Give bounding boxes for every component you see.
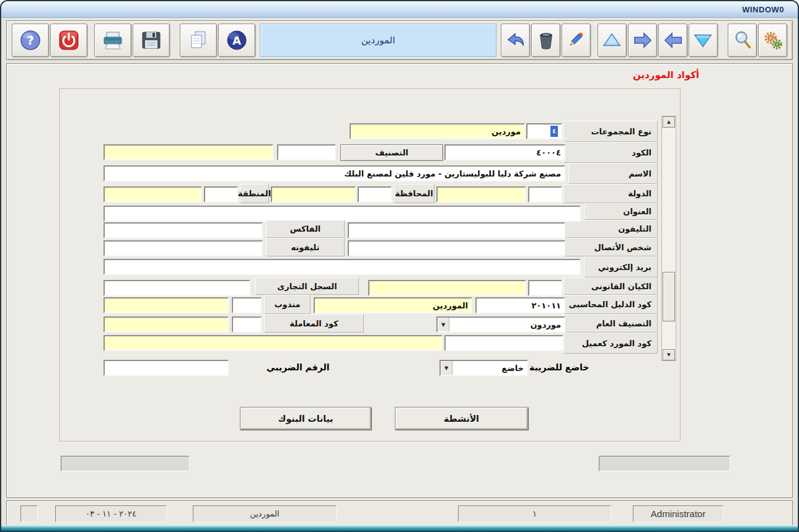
name-input[interactable] <box>104 165 565 181</box>
power-icon <box>57 28 81 52</box>
window-bottom-edge <box>1 525 798 531</box>
commercial-registry-input[interactable] <box>104 280 250 296</box>
tax-number-input[interactable] <box>104 360 229 376</box>
country-name-field[interactable] <box>436 186 526 203</box>
contact-phone-input[interactable] <box>104 240 263 256</box>
accounting-guide-code-label: كود الدليل المحاسبى <box>563 295 658 314</box>
contact-person-input[interactable] <box>348 240 565 256</box>
main-panel: أكواد الموردين نوع المجموعات الكود الاسم… <box>6 63 793 498</box>
previous-record-button[interactable] <box>658 24 687 57</box>
undo-button[interactable] <box>501 24 530 57</box>
font-icon: A <box>225 28 249 52</box>
group-type-selector-value: ٤ <box>550 126 558 137</box>
general-classification-combobox[interactable]: ▼ موردون <box>436 316 565 333</box>
delete-button[interactable] <box>531 24 560 57</box>
taxable-combobox[interactable]: ▼ خاضع <box>439 360 528 376</box>
governorate-code-field[interactable] <box>358 186 392 203</box>
scroll-down-button[interactable]: ▼ <box>663 349 675 360</box>
representative-name-field[interactable] <box>104 297 229 313</box>
gears-icon <box>762 30 784 51</box>
region-label: المنطقة <box>240 184 269 203</box>
legal-entity-name-field[interactable] <box>368 280 526 296</box>
chevron-down-icon[interactable]: ▼ <box>441 361 452 375</box>
email-label: بريد إلكتروني <box>584 256 658 277</box>
supplier-form: نوع المجموعات الكود الاسم الدولة العنوان… <box>60 89 681 442</box>
status-user: Administrator <box>633 505 723 522</box>
font-button[interactable]: A <box>218 24 255 57</box>
contact-phone-label: تليفونه <box>266 238 345 256</box>
app-window: WINDOW0 ? A الموردين <box>0 0 799 532</box>
representative-code-field[interactable] <box>232 297 262 313</box>
group-type-label: نوع المجموعات <box>563 121 658 142</box>
address-label: العنوان <box>584 203 658 220</box>
search-icon <box>732 30 753 51</box>
help-button[interactable]: ? <box>12 24 49 57</box>
governorate-name-field[interactable] <box>271 186 356 203</box>
triangle-down-icon: ▼ <box>667 352 670 357</box>
scrollbar-thumb[interactable] <box>663 272 675 321</box>
phone-label: التليفون <box>563 220 658 238</box>
code-extra-field[interactable] <box>104 144 273 160</box>
email-input[interactable] <box>104 259 581 275</box>
code-input[interactable] <box>444 144 565 160</box>
governorate-label: المحافظة <box>394 184 435 203</box>
help-icon: ? <box>19 28 42 52</box>
supplier-as-customer-code-input[interactable] <box>444 335 563 351</box>
group-type-input[interactable] <box>350 123 525 139</box>
save-button[interactable] <box>133 24 170 57</box>
edit-button[interactable] <box>562 24 591 57</box>
print-button[interactable] <box>94 24 131 57</box>
activities-button[interactable]: الأنشطة <box>395 407 528 430</box>
phone-input[interactable] <box>348 222 565 238</box>
transaction-code-field[interactable] <box>232 316 262 333</box>
accounting-guide-code-input[interactable] <box>475 297 565 313</box>
window-title: WINDOW0 <box>742 5 784 14</box>
toolbar-separator <box>718 24 727 57</box>
next-record-button[interactable] <box>628 24 657 57</box>
screen-title: الموردين <box>361 35 395 46</box>
country-code-field[interactable] <box>528 186 562 203</box>
region-name-field[interactable] <box>104 186 202 203</box>
first-record-button[interactable] <box>598 24 627 57</box>
general-classification-value: موردون <box>449 318 564 331</box>
exit-button[interactable] <box>50 24 87 57</box>
region-code-field[interactable] <box>204 186 238 203</box>
window-titlebar[interactable]: WINDOW0 <box>1 1 798 18</box>
scroll-up-button[interactable]: ▲ <box>663 116 675 128</box>
undo-arrow-icon <box>505 30 526 51</box>
taxable-label: خاضع للضريبة <box>529 362 589 372</box>
group-type-selector-field[interactable]: ٤ <box>526 123 562 139</box>
toolbar-separator <box>170 24 179 57</box>
settings-button[interactable] <box>758 24 787 57</box>
chevron-down-icon[interactable]: ▼ <box>438 318 449 331</box>
tax-number-label: الرقم الضريبي <box>267 362 329 372</box>
copy-button[interactable] <box>180 24 217 57</box>
printer-icon <box>101 28 125 52</box>
triangle-down-icon <box>693 30 714 51</box>
transaction-name-field[interactable] <box>104 316 229 333</box>
last-record-button[interactable] <box>689 24 718 57</box>
supplier-as-customer-name-field[interactable] <box>104 335 443 351</box>
screen-title-panel: الموردين <box>260 24 497 57</box>
status-spacer-panel <box>20 505 38 522</box>
bank-data-button[interactable]: بيانات البنوك <box>240 407 371 430</box>
fax-input[interactable] <box>104 222 263 238</box>
svg-text:A: A <box>232 34 241 47</box>
footer-left-panel <box>61 456 190 471</box>
form-scrollbar[interactable]: ▲ ▼ <box>661 116 676 361</box>
general-classification-label: التصنيف العام <box>563 314 658 333</box>
representative-label: مندوب <box>264 295 311 314</box>
transaction-code-label: كود المعاملة <box>264 314 364 333</box>
toolbar-separator <box>591 24 597 57</box>
legal-entity-code-field[interactable] <box>528 280 562 296</box>
accounting-guide-name-field[interactable] <box>314 297 472 313</box>
search-button[interactable] <box>728 24 757 57</box>
status-record-number: ١ <box>458 505 611 522</box>
legal-entity-label: الكيان القانونى <box>563 277 658 295</box>
classification-button[interactable]: التصنيف <box>340 144 443 161</box>
code-sub-field[interactable] <box>277 144 336 160</box>
arrow-right-icon <box>632 30 653 51</box>
page-title: أكواد الموردين <box>633 69 699 81</box>
toolbar-separator <box>88 24 94 57</box>
fax-label: الفاكس <box>266 220 345 238</box>
